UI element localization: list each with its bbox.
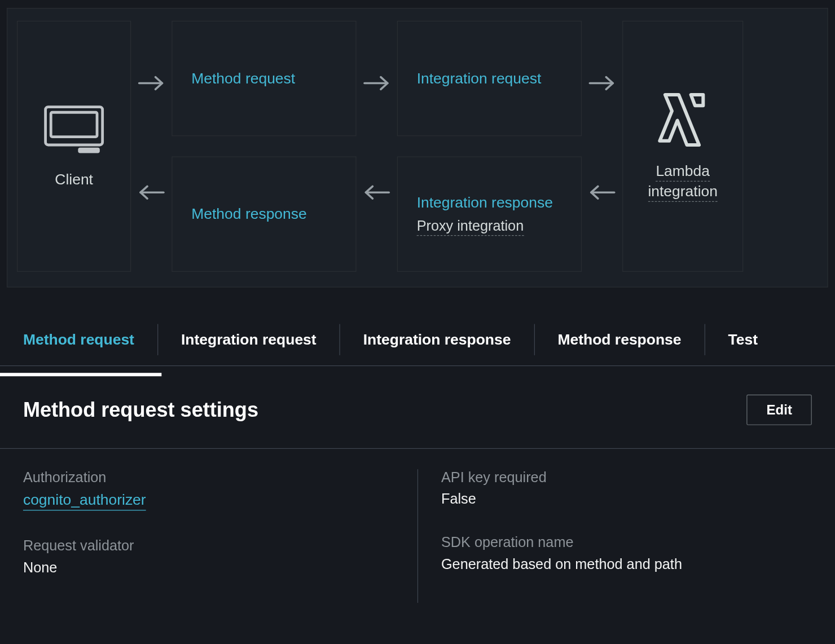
arrow-col-1: [131, 21, 172, 272]
authorization-value-link[interactable]: cognito_authorizer: [23, 491, 146, 511]
lambda-label: Lambda integration: [630, 161, 736, 201]
integration-response-link[interactable]: Integration response: [417, 192, 562, 213]
lambda-node: Lambda integration: [622, 21, 743, 272]
request-validator-label: Request validator: [23, 538, 401, 554]
arrow-left-icon: [363, 184, 390, 201]
svg-rect-2: [78, 148, 99, 153]
method-request-link[interactable]: Method request: [191, 68, 336, 89]
integration-request-link[interactable]: Integration request: [417, 68, 562, 89]
method-request-node[interactable]: Method request: [172, 21, 356, 136]
arrow-right-icon: [138, 75, 165, 91]
tab-method-response[interactable]: Method response: [534, 324, 704, 355]
api-key-required-label: API key required: [441, 469, 796, 486]
arrow-right-icon: [588, 75, 616, 91]
integration-response-node[interactable]: Integration response Proxy integration: [397, 156, 582, 272]
request-validator-value: None: [23, 559, 401, 576]
arrow-right-icon: [363, 75, 390, 91]
arrow-col-2: [357, 21, 397, 272]
integration-request-node[interactable]: Integration request: [397, 21, 582, 136]
method-response-node[interactable]: Method response: [172, 156, 356, 272]
arrow-left-icon: [138, 184, 165, 201]
client-node: Client: [17, 21, 131, 272]
sdk-operation-name-label: SDK operation name: [441, 535, 796, 551]
tab-method-request[interactable]: Method request: [14, 313, 157, 365]
method-response-link[interactable]: Method response: [191, 204, 336, 224]
method-request-settings-panel: Method request settings Edit Authorizati…: [0, 366, 835, 630]
client-label: Client: [55, 171, 93, 188]
proxy-integration-label: Proxy integration: [417, 218, 524, 236]
settings-title: Method request settings: [23, 398, 258, 421]
lambda-icon: [657, 91, 709, 149]
tab-test[interactable]: Test: [704, 324, 780, 355]
authorization-label: Authorization: [23, 469, 401, 486]
arrow-left-icon: [588, 184, 616, 201]
sdk-operation-name-value: Generated based on method and path: [441, 556, 796, 572]
tab-integration-request[interactable]: Integration request: [157, 324, 340, 355]
client-icon: [43, 104, 106, 157]
tab-integration-response[interactable]: Integration response: [340, 324, 534, 355]
edit-button[interactable]: Edit: [747, 395, 812, 425]
arrow-col-3: [582, 21, 622, 272]
api-key-required-value: False: [441, 491, 796, 508]
method-tabs: Method request Integration request Integ…: [0, 313, 835, 366]
method-execution-flow: Client Method request Method response: [7, 8, 828, 288]
svg-rect-1: [51, 112, 97, 136]
